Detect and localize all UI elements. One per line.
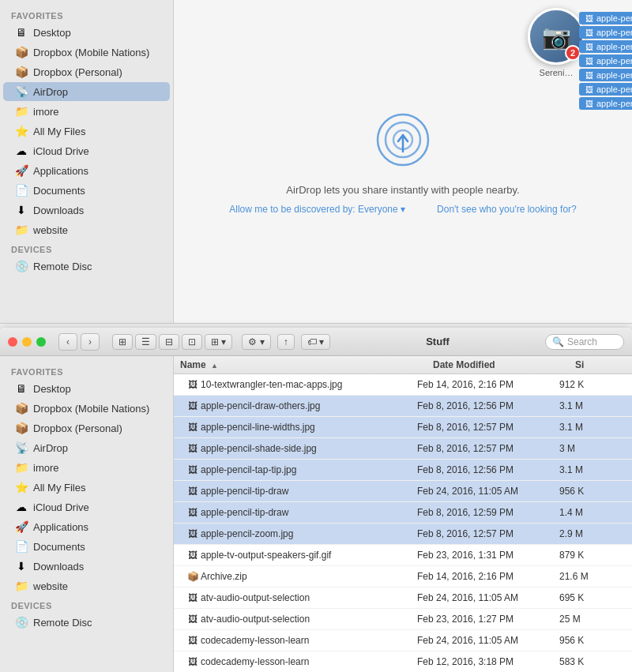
- bottom-sidebar: Favorites🖥Desktop📦Dropbox (Mobile Nation…: [0, 356, 174, 672]
- back-button[interactable]: ‹: [58, 333, 77, 351]
- file-name: apple-pencil-draw-others.jpg: [201, 400, 320, 411]
- close-button[interactable]: [8, 337, 17, 347]
- sidebar-label-all-my-files: All My Files: [33, 126, 85, 137]
- airdrop-description: AirDrop lets you share instantly with pe…: [286, 184, 519, 196]
- file-count-badge: 2: [565, 45, 581, 61]
- table-row[interactable]: 🖼apple-pencil-zoom.jpgFeb 8, 2016, 12:57…: [174, 524, 632, 545]
- sidebar-label-dropbox-mobile2: Dropbox (Mobile Nations): [33, 403, 149, 415]
- table-row[interactable]: 🖼codecademy-lesson-learnFeb 12, 2016, 3:…: [174, 651, 632, 672]
- sidebar-item-documents[interactable]: 📄Documents: [3, 181, 170, 200]
- table-row[interactable]: 🖼apple-tv-output-speakers-gif.gifFeb 23,…: [174, 545, 632, 566]
- sidebar-item-remote-disc2[interactable]: 💿Remote Disc: [3, 613, 170, 632]
- minimize-button[interactable]: [22, 337, 32, 347]
- table-row[interactable]: 🖼apple-pencil-tip-drawFeb 24, 2016, 11:0…: [174, 481, 632, 502]
- file-tag-icon: 🖼: [585, 28, 593, 37]
- sidebar-item-documents2[interactable]: 📄Documents: [3, 537, 170, 556]
- table-row[interactable]: 📦Archive.zipFeb 14, 2016, 2:16 PM21.6 M: [174, 566, 632, 588]
- help-link[interactable]: Don't see who you're looking for?: [437, 204, 577, 215]
- airdrop-content: 📷 2 Sereni… 🖼apple-pencil-draw-others.jp…: [174, 0, 632, 323]
- sidebar-item-airdrop2[interactable]: 📡AirDrop: [3, 438, 170, 457]
- file-size-cell: 912 K: [553, 378, 632, 391]
- file-name: 10-textwrangler-ten-mac-apps.jpg: [201, 379, 342, 390]
- sidebar-icon-desktop2: 🖥: [14, 381, 28, 396]
- nav-buttons: ‹ ›: [58, 333, 100, 351]
- sidebar-label-documents: Documents: [33, 185, 85, 197]
- sidebar-label-imore: imore: [33, 106, 59, 118]
- file-name-cell: 🖼atv-audio-output-selection: [174, 589, 411, 606]
- sidebar-item-dropbox-personal2[interactable]: 📦Dropbox (Personal): [3, 419, 170, 437]
- column-name-header[interactable]: Name ▲: [174, 359, 427, 370]
- action-button[interactable]: ⚙ ▾: [242, 334, 270, 350]
- file-tag-name: apple-pencil-tip-draw: [596, 70, 632, 80]
- file-name: apple-pencil-line-widths.jpg: [201, 422, 315, 433]
- maximize-button[interactable]: [36, 337, 46, 347]
- sidebar-item-icloud-drive2[interactable]: ☁iCloud Drive: [3, 497, 170, 516]
- sidebar-item-downloads2[interactable]: ⬇Downloads: [3, 557, 170, 576]
- sidebar-icon-icloud-drive: ☁: [14, 144, 28, 158]
- sidebar-item-dropbox-mobile2[interactable]: 📦Dropbox (Mobile Nations): [3, 399, 170, 418]
- view-cover-button[interactable]: ⊡: [182, 334, 202, 350]
- sidebar-item-imore[interactable]: 📁imore: [3, 102, 170, 121]
- sidebar-item-applications[interactable]: 🚀Applications: [3, 161, 170, 180]
- sidebar-icon-dropbox-personal2: 📦: [14, 421, 28, 435]
- sidebar-item-applications2[interactable]: 🚀Applications: [3, 517, 170, 536]
- discovery-link[interactable]: Allow me to be discovered by: Everyone ▾: [229, 204, 405, 215]
- file-size-cell: 2.9 M: [553, 527, 632, 540]
- tag-button[interactable]: 🏷 ▾: [301, 334, 330, 350]
- forward-button[interactable]: ›: [81, 333, 100, 351]
- table-row[interactable]: 🖼apple-pencil-line-widths.jpgFeb 8, 2016…: [174, 417, 632, 438]
- user-avatar: 📷 2: [528, 8, 585, 65]
- column-size-header[interactable]: Si: [569, 359, 632, 370]
- sidebar-item-website[interactable]: 📁website: [3, 220, 170, 239]
- view-list-button[interactable]: ☰: [135, 334, 156, 350]
- file-name-cell: 🖼atv-audio-output-selection: [174, 610, 411, 628]
- sidebar-label-downloads2: Downloads: [33, 561, 84, 573]
- sidebar-icon-remote-disc2: 💿: [14, 615, 28, 629]
- table-row[interactable]: 🖼apple-pencil-tip-drawFeb 8, 2016, 12:59…: [174, 502, 632, 524]
- table-row[interactable]: 🖼codecademy-lesson-learnFeb 24, 2016, 11…: [174, 630, 632, 651]
- file-tag: 🖼apple-pencil-tip-draw: [579, 69, 632, 81]
- file-type-icon: 🖼: [185, 462, 201, 478]
- sidebar-item-airdrop[interactable]: 📡AirDrop: [3, 82, 170, 101]
- view-icon-button[interactable]: ⊞: [112, 334, 133, 350]
- file-tag: 🖼apple-pencil-tap-tip.jpg: [579, 54, 632, 67]
- sidebar-item-desktop[interactable]: 🖥Desktop: [3, 23, 170, 42]
- file-tag-icon: 🖼: [585, 85, 593, 94]
- file-list-container[interactable]: Name ▲ Date Modified Si 🖼10-textwrangler…: [174, 356, 632, 672]
- sidebar-item-dropbox-mobile[interactable]: 📦Dropbox (Mobile Nations): [3, 43, 170, 62]
- table-row[interactable]: 🖼atv-audio-output-selectionFeb 23, 2016,…: [174, 609, 632, 630]
- files-popup: 🖼apple-pencil-draw-others.jpg🖼apple-penc…: [579, 12, 632, 110]
- column-date-header[interactable]: Date Modified: [427, 359, 569, 370]
- finder-toolbar: ‹ › ⊞ ☰ ⊟ ⊡ ⊞ ▾ ⚙ ▾ ↑ 🏷 ▾ Stuff 🔍 Search: [0, 328, 632, 356]
- sidebar-item-website2[interactable]: 📁website: [3, 576, 170, 595]
- file-tag-name: apple-pencil-line-widths.jpg: [596, 28, 632, 37]
- table-row[interactable]: 🖼10-textwrangler-ten-mac-apps.jpgFeb 14,…: [174, 374, 632, 396]
- sidebar-icon-dropbox-mobile: 📦: [14, 45, 28, 59]
- sidebar-item-all-my-files2[interactable]: ⭐All My Files: [3, 478, 170, 497]
- view-column-button[interactable]: ⊟: [159, 334, 179, 350]
- table-row[interactable]: 🖼apple-pencil-draw-others.jpgFeb 8, 2016…: [174, 396, 632, 417]
- sidebar-item-dropbox-personal[interactable]: 📦Dropbox (Personal): [3, 62, 170, 81]
- sidebar-item-imore2[interactable]: 📁imore: [3, 458, 170, 477]
- sidebar-icon-applications: 🚀: [14, 163, 28, 178]
- file-name-cell: 🖼apple-pencil-zoom.jpg: [174, 525, 411, 542]
- sidebar-item-desktop2[interactable]: 🖥Desktop: [3, 379, 170, 398]
- table-row[interactable]: 🖼apple-pencil-tap-tip.jpgFeb 8, 2016, 12…: [174, 460, 632, 481]
- table-row[interactable]: 🖼atv-audio-output-selectionFeb 24, 2016,…: [174, 588, 632, 609]
- sidebar-item-all-my-files[interactable]: ⭐All My Files: [3, 122, 170, 141]
- table-row[interactable]: 🖼apple-pencil-shade-side.jpgFeb 8, 2016,…: [174, 438, 632, 460]
- sidebar-label-dropbox-personal: Dropbox (Personal): [33, 66, 122, 78]
- sidebar-item-icloud-drive[interactable]: ☁iCloud Drive: [3, 141, 170, 160]
- sidebar-label-icloud-drive2: iCloud Drive: [33, 501, 89, 513]
- sidebar-item-downloads[interactable]: ⬇Downloads: [3, 201, 170, 220]
- file-size-cell: 3 M: [553, 442, 632, 455]
- file-tag: 🖼apple-pencil-line-widths.jpg: [579, 26, 632, 39]
- view-size-button[interactable]: ⊞ ▾: [205, 334, 232, 350]
- share-button[interactable]: ↑: [277, 334, 295, 350]
- search-box[interactable]: 🔍 Search: [545, 334, 624, 350]
- file-type-icon: 🖼: [185, 377, 201, 392]
- file-size-cell: 695 K: [553, 591, 632, 604]
- finder-top-window: Favorites🖥Desktop📦Dropbox (Mobile Nation…: [0, 0, 632, 324]
- sidebar-icon-documents: 📄: [14, 183, 28, 197]
- sidebar-item-remote-disc[interactable]: 💿Remote Disc: [3, 257, 170, 276]
